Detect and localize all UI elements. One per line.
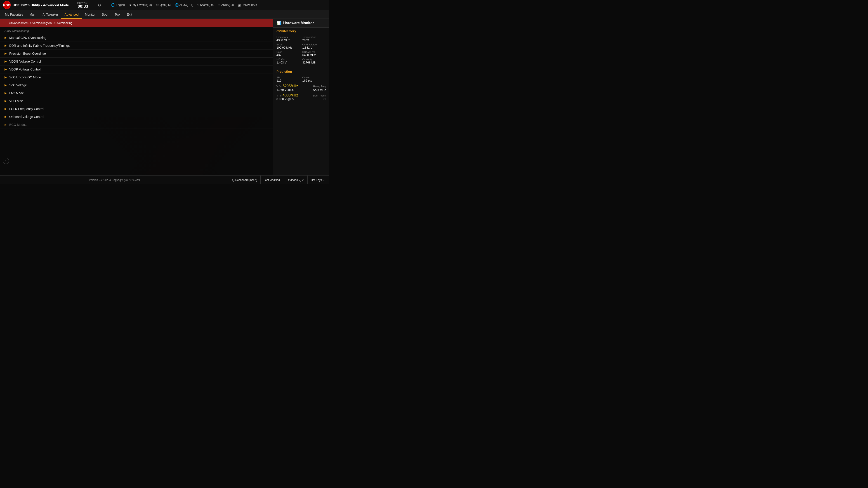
toolbar-item-ai_oc[interactable]: 🌐AI OC(F11)	[173, 2, 195, 8]
nav-item-monitor[interactable]: Monitor	[82, 10, 99, 19]
core-voltage-value: 1.341 V	[303, 46, 326, 49]
menu-arrow-ln2_mode: ▶	[4, 92, 6, 95]
content-section: AMD Overclocking ▶Manual CPU Overclockin…	[0, 27, 273, 175]
v-4300-row2: 0.930 V @L5 91	[276, 97, 326, 101]
last-modified-button[interactable]: Last Modified	[260, 175, 283, 185]
aura-icon: ✦	[218, 3, 220, 7]
temperature-label: Temperature	[303, 36, 326, 38]
nav-item-boot[interactable]: Boot	[98, 10, 112, 19]
menu-arrow-onboard_voltage: ▶	[4, 115, 6, 119]
search-label: Search(F9)	[200, 3, 214, 6]
core-voltage-item: Core Voltage 1.341 V	[303, 43, 326, 49]
hw-monitor-icon: 📊	[276, 21, 281, 26]
menu-item-soc_voltage[interactable]: ▶SoC Voltage	[0, 81, 273, 89]
menu-arrow-vddg_voltage: ▶	[4, 60, 6, 63]
hot-keys-button[interactable]: Hot Keys ?	[307, 175, 327, 185]
rog-logo: ROG	[3, 1, 11, 9]
q-dashboard-button[interactable]: Q-Dashboard(Insert)	[229, 175, 260, 185]
hw-monitor-panel: 📊 Hardware Monitor CPU/Memory Frequency …	[273, 19, 329, 175]
menu-label-ddr_fabric: DDR and Infinity Fabric Frequency/Timing…	[9, 44, 70, 47]
language-icon: 🌐	[111, 3, 115, 7]
menu-item-vdd_misc[interactable]: ▶VDD Misc	[0, 97, 273, 105]
nav-item-my_favorites[interactable]: My Favorites	[2, 10, 26, 19]
version-area: Version 2.22.1284 Copyright (C) 2024 AMI	[0, 178, 229, 182]
settings-icon[interactable]: ⚙	[96, 2, 103, 8]
prediction-section: Prediction SP 119 Cooler 166 pts V for 5…	[273, 68, 329, 103]
temperature-item: Temperature 29°C	[303, 36, 326, 42]
capacity-item: Capacity 32768 MB	[303, 58, 326, 64]
menu-item-vddp_voltage[interactable]: ▶VDDP Voltage Control	[0, 66, 273, 73]
nav-item-advanced[interactable]: Advanced	[61, 10, 82, 19]
menu-arrow-precision_boost: ▶	[4, 52, 6, 55]
dram-freq-item: DRAM Freq. 6400 MHz	[303, 51, 326, 57]
capacity-value: 32768 MB	[303, 61, 326, 64]
ez-mode-button[interactable]: EzMode(F7) ↵	[283, 175, 307, 185]
qfan-icon: ⚙	[156, 3, 159, 7]
menu-item-vddg_voltage[interactable]: ▶VDDG Voltage Control	[0, 58, 273, 66]
cooler-item: Cooler 166 pts	[303, 76, 326, 82]
prediction-title: Prediction	[276, 70, 326, 74]
frequency-label: Frequency	[276, 36, 300, 38]
info-icon[interactable]: ℹ	[3, 158, 9, 164]
nav-item-ai_tweaker[interactable]: Ai Tweaker	[39, 10, 61, 19]
sp-value: 119	[276, 79, 300, 82]
top-bar-divider	[74, 2, 74, 8]
search-icon: ?	[197, 3, 199, 7]
menu-label-precision_boost: Precision Boost Overdrive	[9, 52, 46, 55]
v-5205-row2: 1.260 V @L5 5205 MHz	[276, 88, 326, 92]
section-header: AMD Overclocking	[0, 27, 273, 34]
menu-item-precision_boost[interactable]: ▶Precision Boost Overdrive	[0, 50, 273, 58]
menu-item-soc_uncore[interactable]: ▶SoC/Uncore OC Mode	[0, 73, 273, 81]
v-for-label-1: V for	[276, 85, 282, 88]
dos-thresh-value: 91	[323, 97, 326, 101]
cpu-memory-grid: Frequency 4300 MHz Temperature 29°C BCLK…	[276, 36, 326, 64]
status-bar-right: Q-Dashboard(Insert) Last Modified EzMode…	[229, 175, 329, 185]
menu-arrow-vdd_misc: ▶	[4, 99, 6, 103]
v-for-label-2: V for	[276, 94, 282, 97]
menu-arrow-soc_voltage: ▶	[4, 84, 6, 87]
aura-label: AURA(F4)	[221, 3, 234, 6]
v-5205-voltage: 1.260 V @L5	[276, 88, 293, 92]
nav-item-main[interactable]: Main	[26, 10, 39, 19]
menu-item-lclk_freq[interactable]: ▶LCLK Frequency Control	[0, 105, 273, 113]
nav-menu: My FavoritesMainAi TweakerAdvancedMonito…	[0, 10, 329, 19]
menu-label-lclk_freq: LCLK Frequency Control	[9, 107, 44, 111]
menu-item-eco-mode[interactable]: ▶ECO Mode...	[0, 121, 273, 129]
toolbar-item-aura[interactable]: ✦AURA(F4)	[216, 2, 236, 8]
toolbar-item-search[interactable]: ?Search(F9)	[195, 2, 215, 8]
toolbar-item-resize_bar[interactable]: ▣ReSize BAR	[236, 2, 258, 8]
dram-freq-value: 6400 MHz	[303, 53, 326, 57]
v-4300-freq: 4300MHz	[283, 93, 298, 97]
menu-label-soc_voltage: SoC Voltage	[9, 84, 27, 87]
menu-arrow-manual_cpu: ▶	[4, 36, 6, 39]
toolbar-item-language[interactable]: 🌐English	[110, 2, 127, 8]
menu-label-eco: ECO Mode...	[9, 123, 28, 127]
back-button[interactable]: ←	[3, 21, 6, 25]
heavy-freq-label: Heavy Freq	[313, 85, 326, 88]
ratio-value: 43x	[276, 53, 300, 57]
menu-item-onboard_voltage[interactable]: ▶Onboard Voltage Control	[0, 113, 273, 121]
menu-item-manual_cpu[interactable]: ▶Manual CPU Overclocking	[0, 34, 273, 42]
menu-label-vdd_misc: VDD Misc	[9, 99, 23, 103]
v-4300-row1: V for 4300MHz Dos Thresh	[276, 93, 326, 97]
heavy-freq-value: 5205 MHz	[313, 88, 326, 92]
menu-label-soc_uncore: SoC/Uncore OC Mode	[9, 75, 41, 79]
toolbar-item-qfan[interactable]: ⚙Qfan(F6)	[154, 2, 173, 8]
menu-item-ln2_mode[interactable]: ▶LN2 Mode	[0, 89, 273, 97]
menu-arrow-eco: ▶	[4, 123, 6, 126]
resize_bar-icon: ▣	[238, 3, 241, 7]
main-content: ← Advanced\AMD Overclocking\AMD Overcloc…	[0, 19, 329, 175]
toolbar-item-my_favorite[interactable]: ★My Favorite(F3)	[127, 2, 154, 8]
breadcrumb-bar: ← Advanced\AMD Overclocking\AMD Overcloc…	[0, 19, 273, 27]
nav-item-exit[interactable]: Exit	[124, 10, 135, 19]
svg-text:ROG: ROG	[3, 3, 10, 7]
nav-item-tool[interactable]: Tool	[112, 10, 124, 19]
frequency-value: 4300 MHz	[276, 38, 300, 42]
ratio-item: Ratio 43x	[276, 51, 300, 57]
ai_oc-label: AI OC(F11)	[180, 3, 193, 6]
core-voltage-label: Core Voltage	[303, 43, 326, 46]
menu-item-ddr_fabric[interactable]: ▶DDR and Infinity Fabric Frequency/Timin…	[0, 42, 273, 50]
bclk-label: BCLK	[276, 43, 300, 46]
menu-label-onboard_voltage: Onboard Voltage Control	[9, 115, 44, 119]
toolbar-items: 🌐English★My Favorite(F3)⚙Qfan(F6)🌐AI OC(…	[110, 2, 327, 8]
